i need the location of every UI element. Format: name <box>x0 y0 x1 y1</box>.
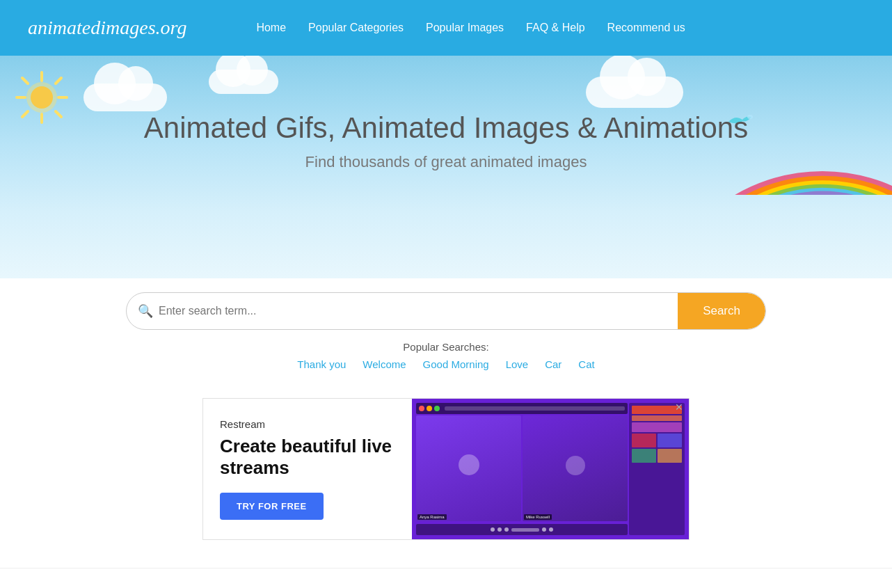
nav-faq[interactable]: FAQ & Help <box>526 22 584 34</box>
ad-headline: Create beautiful live streams <box>220 436 395 479</box>
popular-searches: Popular Searches: Thank you Welcome Good… <box>14 341 878 370</box>
ad-section: ✕ Restream Create beautiful live streams… <box>0 391 892 568</box>
popular-link-love[interactable]: Love <box>506 358 529 370</box>
hero-title: Animated Gifs, Animated Images & Animati… <box>14 84 878 145</box>
ad-right-panel: Anya Rasima Mike Russell <box>412 399 689 539</box>
popular-links-container: Thank you Welcome Good Morning Love Car … <box>14 358 878 370</box>
ad-banner: ✕ Restream Create beautiful live streams… <box>202 398 690 540</box>
livestream-controls <box>416 524 628 535</box>
site-logo[interactable]: animatedimages.org <box>28 17 186 39</box>
livestream-video-1: Anya Rasima <box>416 415 521 521</box>
nav-recommend[interactable]: Recommend us <box>607 22 685 34</box>
livestream-preview: Anya Rasima Mike Russell <box>412 399 689 539</box>
livestream-video-2: Mike Russell <box>523 415 628 521</box>
navbar: animatedimages.org Home Popular Categori… <box>0 0 892 56</box>
ad-cta-button[interactable]: TRY FOR FREE <box>220 493 324 520</box>
nav-home[interactable]: Home <box>256 22 286 34</box>
livestream-sidebar <box>629 403 685 535</box>
popular-link-good-morning[interactable]: Good Morning <box>423 358 489 370</box>
search-input[interactable] <box>159 294 678 328</box>
hero-section: Animated Gifs, Animated Images & Animati… <box>0 56 892 278</box>
person2-name-tag: Mike Russell <box>524 514 552 520</box>
popular-searches-label: Popular Searches: <box>14 341 878 353</box>
popular-link-car[interactable]: Car <box>545 358 562 370</box>
hero-subtitle: Find thousands of great animated images <box>14 153 878 171</box>
welcome-section: Welcome to AnimatedImages.org <box>0 569 892 588</box>
popular-link-cat[interactable]: Cat <box>578 358 594 370</box>
search-button[interactable]: Search <box>678 293 765 329</box>
svg-line-8 <box>56 78 61 84</box>
svg-line-6 <box>22 78 28 84</box>
ad-close-button[interactable]: ✕ <box>675 402 683 413</box>
search-section: 🔍 Search Popular Searches: Thank you Wel… <box>0 278 892 391</box>
ad-brand-name: Restream <box>220 418 395 430</box>
nav-links: Home Popular Categories Popular Images F… <box>256 22 685 34</box>
popular-link-thank-you[interactable]: Thank you <box>297 358 346 370</box>
person1-name-tag: Anya Rasima <box>417 514 447 520</box>
nav-popular-categories[interactable]: Popular Categories <box>308 22 404 34</box>
search-bar: 🔍 Search <box>126 292 766 330</box>
ad-left-panel: Restream Create beautiful live streams T… <box>203 399 412 539</box>
nav-popular-images[interactable]: Popular Images <box>426 22 504 34</box>
popular-link-welcome[interactable]: Welcome <box>363 358 406 370</box>
search-icon: 🔍 <box>138 303 153 319</box>
